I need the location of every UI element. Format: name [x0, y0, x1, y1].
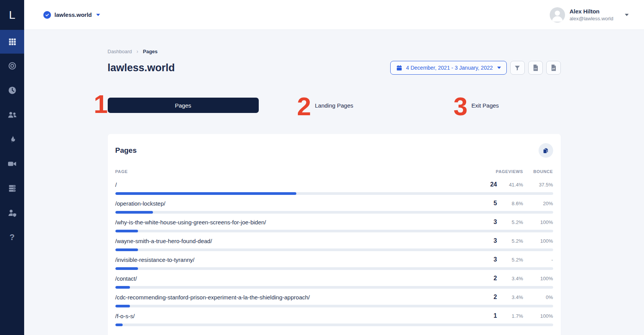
pageviews-bar-fill	[115, 267, 138, 270]
user-shield-icon	[7, 208, 17, 217]
clock-icon	[8, 86, 17, 95]
column-page: PAGE	[115, 169, 474, 174]
bounce-rate: 37.5%	[523, 182, 553, 188]
table-row: /contact/23.4%100%	[115, 270, 553, 289]
grid-icon	[8, 37, 17, 46]
page-path[interactable]: /operation-lockstep/	[115, 200, 474, 207]
table-row: /cdc-recommending-stanford-prison-experi…	[115, 289, 553, 307]
pageviews-bar	[115, 267, 553, 270]
sidebar-item-audience[interactable]	[0, 103, 24, 127]
site-switcher[interactable]: lawless.world	[43, 11, 100, 19]
export-csv-button[interactable]: csv	[528, 61, 543, 75]
pageviews-bar-fill	[115, 192, 297, 195]
pageviews-value: 3	[474, 256, 497, 263]
page-path[interactable]: /wayne-smith-a-true-hero-found-dead/	[115, 238, 474, 244]
pageviews-share: 3.4%	[497, 276, 523, 281]
page-path[interactable]: /contact/	[115, 275, 474, 282]
sidebar-item-history[interactable]	[0, 78, 24, 103]
breadcrumb-dashboard[interactable]: Dashboard	[108, 49, 132, 54]
target-icon	[8, 61, 17, 70]
pageviews-value: 24	[474, 181, 497, 188]
pageviews-bar	[115, 248, 553, 251]
breadcrumb: Dashboard › Pages	[108, 48, 561, 54]
sidebar-item-recordings[interactable]	[0, 152, 24, 176]
page-path[interactable]: /	[115, 181, 474, 188]
page-path[interactable]: /why-is-the-white-house-using-green-scre…	[115, 219, 474, 226]
current-site-name: lawless.world	[54, 11, 92, 18]
pageviews-share: 8.6%	[497, 201, 523, 206]
pageviews-share: 5.2%	[497, 219, 523, 225]
sidebar-item-account[interactable]	[0, 201, 24, 225]
bounce-rate: 100%	[523, 276, 553, 281]
pageviews-bar-fill	[115, 305, 130, 307]
breadcrumb-current: Pages	[143, 49, 158, 54]
copy-icon	[542, 147, 549, 154]
tab-exit-pages-label: 3 Exit Pages	[472, 102, 499, 109]
breadcrumb-separator-icon: ›	[136, 48, 138, 54]
page-path[interactable]: /cdc-recommending-stanford-prison-experi…	[115, 294, 474, 301]
sidebar-item-dashboard[interactable]	[0, 30, 24, 54]
tab-landing-pages-label: 2 Landing Pages	[315, 102, 353, 109]
table-row: /2441.4%37.5%	[115, 176, 553, 195]
page-path[interactable]: /invisible-resistance-to-tyranny/	[115, 257, 474, 263]
verified-check-icon	[43, 11, 51, 19]
pageviews-bar-fill	[115, 324, 123, 326]
report-tabs: 1 Pages 2 Landing Pages 3 Exit Pages	[108, 98, 561, 113]
table-row: /why-is-the-white-house-using-green-scre…	[115, 214, 553, 232]
column-bounce: BOUNCE	[523, 169, 553, 174]
server-icon	[8, 184, 17, 193]
pages-table-body: /2441.4%37.5%/operation-lockstep/58.6%20…	[115, 176, 553, 326]
pageviews-value: 2	[474, 294, 497, 301]
csv-file-icon: csv	[532, 64, 539, 71]
pageviews-value: 3	[474, 219, 497, 226]
bounce-rate: -	[523, 257, 553, 263]
sidebar-nav: ?	[0, 30, 24, 250]
bounce-rate: 100%	[523, 219, 553, 225]
avatar	[550, 7, 565, 23]
table-row: /invisible-resistance-to-tyranny/35.2%-	[115, 251, 553, 270]
pageviews-bar	[115, 230, 553, 232]
pageviews-bar-fill	[115, 230, 138, 232]
sidebar-item-trending[interactable]	[0, 127, 24, 152]
pageviews-bar-fill	[115, 286, 130, 289]
bounce-rate: 0%	[523, 294, 553, 300]
chevron-down-icon	[497, 67, 501, 69]
bounce-rate: 100%	[523, 313, 553, 319]
chevron-down-icon	[625, 14, 629, 16]
user-menu[interactable]: Alex Hilton alex@lawless.world	[550, 7, 629, 23]
export-pdf-button[interactable]: pdf	[546, 61, 561, 75]
sidebar-item-goals[interactable]	[0, 54, 24, 78]
sidebar-item-sites[interactable]	[0, 176, 24, 201]
pageviews-value: 5	[474, 200, 497, 207]
tab-landing-pages[interactable]: 2 Landing Pages	[259, 98, 410, 113]
card-title: Pages	[115, 146, 137, 155]
sidebar-item-help[interactable]: ?	[0, 225, 24, 250]
filter-icon	[514, 65, 521, 71]
sidebar: L	[0, 0, 24, 335]
column-pageviews: PAGEVIEWS	[474, 169, 523, 174]
app-logo[interactable]: L	[0, 0, 24, 30]
calendar-icon	[396, 65, 402, 71]
user-info: Alex Hilton alex@lawless.world	[570, 8, 613, 22]
pageviews-share: 1.7%	[497, 313, 523, 319]
filter-button[interactable]	[510, 61, 525, 75]
main-content: Dashboard › Pages lawless.world 4 Decemb…	[24, 30, 644, 335]
toolbar: 4 December, 2021 - 3 January, 2022 csv	[390, 61, 560, 75]
date-range-label: 4 December, 2021 - 3 January, 2022	[406, 65, 493, 71]
tab-pages[interactable]: 1 Pages	[108, 98, 259, 113]
pageviews-share: 5.2%	[497, 238, 523, 244]
copy-button[interactable]	[539, 143, 553, 158]
pdf-file-icon: pdf	[550, 64, 557, 71]
tab-pages-label: Pages	[108, 98, 259, 113]
pageviews-bar	[115, 192, 553, 195]
video-icon	[7, 159, 17, 168]
pageviews-value: 2	[474, 275, 497, 282]
user-name: Alex Hilton	[570, 8, 613, 15]
page-path[interactable]: /f-o-s-s/	[115, 313, 474, 319]
table-row: /operation-lockstep/58.6%20%	[115, 195, 553, 214]
user-email: alex@lawless.world	[570, 15, 613, 22]
tab-exit-pages[interactable]: 3 Exit Pages	[410, 98, 561, 113]
date-range-picker[interactable]: 4 December, 2021 - 3 January, 2022	[390, 61, 506, 75]
pageviews-share: 41.4%	[497, 182, 523, 188]
pageviews-bar-fill	[115, 211, 153, 214]
